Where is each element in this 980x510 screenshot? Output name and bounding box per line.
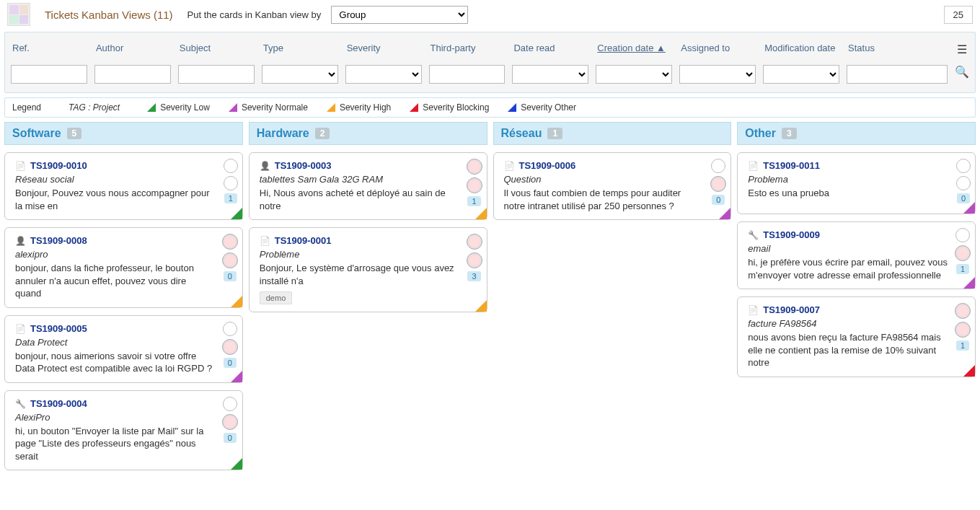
- card-side: 0: [222, 234, 238, 281]
- filter-header[interactable]: Date read: [512, 38, 588, 58]
- card-body: hi, un bouton "Envoyer la liste par Mail…: [15, 425, 215, 463]
- filter-col: Third-party: [429, 38, 506, 84]
- card-ref: TS1909-0010: [30, 160, 87, 171]
- filter-header[interactable]: Ref.: [11, 38, 87, 58]
- filter-header[interactable]: Third-party: [429, 38, 506, 58]
- filter-col: Assigned to: [679, 38, 756, 84]
- column-body: TS1909-0003tablettes Sam Gala 32G RAMHi,…: [249, 145, 487, 312]
- avatar: [222, 339, 238, 355]
- filter-header[interactable]: Assigned to: [679, 38, 756, 58]
- doc-icon: [748, 160, 759, 171]
- card-side: 1: [467, 159, 482, 206]
- app-icon: [7, 3, 30, 26]
- filter-header[interactable]: Author: [94, 38, 171, 58]
- severity-indicator-icon: [963, 277, 975, 289]
- card-ref-row: TS1909-0008: [15, 235, 215, 246]
- page-size[interactable]: 25: [944, 6, 973, 24]
- severity-indicator-icon: [719, 208, 730, 219]
- card-subject: Réseau social: [15, 174, 215, 185]
- card-ref-row: TS1909-0005: [15, 323, 215, 334]
- doc-icon: [748, 304, 759, 315]
- filter-input[interactable]: [94, 65, 171, 84]
- avatar: [467, 159, 482, 175]
- severity-indicator-icon: [963, 365, 975, 377]
- ticket-card[interactable]: TS1909-0004AlexiProhi, un bouton "Envoye…: [4, 390, 243, 471]
- card-side: 0: [222, 397, 238, 443]
- user-icon: [15, 235, 26, 246]
- avatar: [467, 252, 482, 268]
- ticket-card[interactable]: TS1909-0008alexiprobonjour, dans la fich…: [4, 227, 243, 308]
- filter-col: Severity: [345, 38, 422, 84]
- column-header[interactable]: Software5: [4, 122, 243, 145]
- group-by-select[interactable]: Group: [331, 6, 468, 24]
- card-subject: facture FA98564: [748, 318, 948, 329]
- card-body: nous avons bien reçu la facture FA98564 …: [748, 331, 948, 369]
- filter-input[interactable]: [429, 65, 506, 84]
- filter-header[interactable]: Type: [262, 38, 338, 58]
- kanban-column: Réseau1TS1909-0006QuestionIl vous faut c…: [493, 122, 732, 220]
- card-ref: TS1909-0001: [275, 235, 332, 246]
- card-subject: Problème: [260, 249, 459, 260]
- column-title: Hardware: [257, 127, 309, 140]
- ticket-card[interactable]: TS1909-0011ProblemaEsto es una prueba0: [737, 152, 976, 214]
- wrench-icon: [15, 398, 26, 409]
- column-body: TS1909-0006QuestionIl vous faut combien …: [493, 145, 732, 220]
- column-header[interactable]: Réseau1: [493, 122, 732, 145]
- list-icon[interactable]: ☰: [957, 43, 967, 56]
- ticket-card[interactable]: TS1909-0006QuestionIl vous faut combien …: [493, 152, 732, 220]
- status-circle: [955, 228, 970, 242]
- kanban-column: Other3TS1909-0011ProblemaEsto es una pru…: [737, 122, 976, 377]
- avatar: [955, 322, 971, 338]
- avatar: [955, 245, 971, 261]
- filter-header[interactable]: Status: [847, 38, 948, 58]
- severity-triangle-icon: [410, 103, 418, 112]
- comment-count-badge: 0: [712, 195, 725, 205]
- filter-input[interactable]: [345, 65, 422, 84]
- card-ref: TS1909-0003: [275, 160, 332, 171]
- ticket-card[interactable]: TS1909-0001ProblèmeBonjour, Le système d…: [249, 227, 487, 312]
- column-header[interactable]: Other3: [737, 122, 976, 145]
- card-side: 0: [710, 159, 726, 205]
- filter-input[interactable]: [11, 65, 87, 84]
- search-icon[interactable]: 🔍: [955, 65, 969, 79]
- filter-header[interactable]: Creation date ▲: [596, 38, 672, 58]
- column-count: 1: [547, 128, 562, 139]
- ticket-card[interactable]: TS1909-0007facture FA98564nous avons bie…: [737, 296, 976, 377]
- filter-input[interactable]: [763, 65, 839, 84]
- comment-count-badge: 0: [224, 433, 237, 443]
- legend-tag: TAG : Project: [69, 102, 120, 113]
- card-side: 0: [956, 159, 971, 203]
- avatar: [222, 252, 238, 268]
- ticket-card[interactable]: TS1909-0010Réseau socialBonjour, Pouvez …: [4, 152, 243, 220]
- filter-input[interactable]: [178, 65, 255, 84]
- column-header[interactable]: Hardware2: [249, 122, 487, 145]
- comment-count-badge: 1: [224, 193, 237, 203]
- filter-col: Status: [847, 38, 948, 84]
- doc-icon: [504, 160, 515, 171]
- filter-header[interactable]: Modification date: [763, 38, 839, 58]
- status-circle: [223, 322, 237, 336]
- ticket-card[interactable]: TS1909-0003tablettes Sam Gala 32G RAMHi,…: [249, 152, 487, 220]
- filter-input[interactable]: [512, 65, 588, 84]
- ticket-card[interactable]: TS1909-0009emailhi, je préfère vous écri…: [737, 221, 976, 289]
- card-side: 1: [955, 303, 971, 351]
- column-count: 3: [782, 128, 797, 139]
- filter-input[interactable]: [596, 65, 672, 84]
- card-tag[interactable]: demo: [260, 291, 293, 304]
- card-subject: Problema: [748, 174, 948, 185]
- card-ref: TS1909-0009: [763, 229, 820, 240]
- doc-icon: [260, 235, 270, 246]
- status-circle: [223, 397, 237, 411]
- status-circle: [224, 159, 238, 173]
- card-body: hi, je préfère vous écrire par email, po…: [748, 256, 948, 281]
- group-by-label: Put the cards in Kanban view by: [187, 9, 322, 20]
- card-body: Esto es una prueba: [748, 187, 948, 200]
- filter-header[interactable]: Severity: [345, 38, 422, 58]
- filter-input[interactable]: [262, 65, 338, 84]
- ticket-card[interactable]: TS1909-0005Data Protectbonjour, nous aim…: [4, 315, 243, 383]
- filter-header[interactable]: Subject: [178, 38, 255, 58]
- filter-input[interactable]: [679, 65, 756, 84]
- status-circle: [956, 159, 971, 173]
- avatar: [222, 414, 238, 430]
- filter-input[interactable]: [847, 65, 948, 84]
